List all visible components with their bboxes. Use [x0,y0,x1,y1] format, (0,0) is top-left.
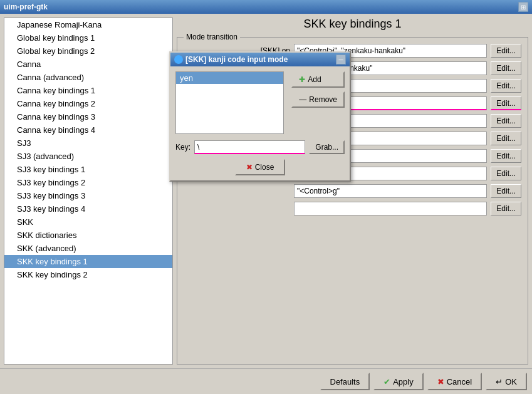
key-row: Key: Grab... [175,140,345,154]
edit-btn-0[interactable]: Edit... [491,44,521,58]
ok-label: OK [505,377,517,386]
defaults-label: Defaults [330,377,360,386]
binding-row-9: Edit... [184,202,521,215]
apply-label: Apply [393,377,414,386]
kanji-code-dialog[interactable]: [SKK] kanji code input mode ─ yen ✚ Add [169,51,351,182]
edit-btn-1[interactable]: Edit... [491,61,521,75]
sidebar-item-7[interactable]: Canna key bindings 3 [4,110,172,123]
sidebar-item-18[interactable]: SKK key bindings 1 [4,255,172,268]
add-button[interactable]: ✚ Add [291,71,345,88]
dialog-main-row: yen ✚ Add — Remove [175,71,345,138]
edit-btn-7[interactable]: Edit... [491,167,521,180]
sidebar-item-17[interactable]: SKK (advanced) [4,242,172,255]
dialog-title-text: [SKK] kanji code input mode [174,55,288,64]
close-button[interactable]: ✖ Close [235,159,286,175]
apply-check-icon: ✔ [383,377,390,386]
add-label: Add [308,75,321,84]
remove-button[interactable]: — Remove [291,91,345,108]
sidebar-item-8[interactable]: Canna key bindings 4 [4,123,172,137]
sidebar-item-4[interactable]: Canna (advanced) [4,71,172,84]
sidebar-item-5[interactable]: Canna key bindings 1 [4,84,172,97]
binding-input-9[interactable] [294,202,487,215]
dialog-title-label: [SKK] kanji code input mode [185,55,288,64]
sidebar-item-9[interactable]: SJ3 [4,137,172,150]
dialog-titlebar: [SKK] kanji code input mode ─ [170,53,350,66]
dialog-title-icon [174,55,183,64]
cancel-label: Cancel [447,377,472,386]
edit-btn-9[interactable]: Edit... [491,202,521,215]
sidebar-item-14[interactable]: SJ3 key bindings 4 [4,202,172,215]
sidebar-item-3[interactable]: Canna [4,58,172,71]
dialog-minimize-btn[interactable]: ─ [336,54,346,65]
plus-icon: ✚ [299,75,305,84]
dialog-action-buttons: ✚ Add — Remove [291,71,345,138]
edit-btn-4[interactable]: Edit... [491,114,521,128]
grab-label: Grab... [315,143,338,152]
sidebar-list: Japanese Romaji-KanaGlobal key bindings … [4,18,172,281]
cancel-button[interactable]: ✖ Cancel [427,373,482,390]
sidebar-item-19[interactable]: SKK key bindings 2 [4,268,172,281]
close-x-icon: ✖ [246,163,253,172]
edit-btn-8[interactable]: Edit... [491,184,521,198]
binding-row-8: Edit... [184,184,521,198]
close-label: Close [255,163,274,172]
edit-btn-3[interactable]: Edit... [491,96,521,110]
sidebar-item-10[interactable]: SJ3 (advanced) [4,150,172,163]
titlebar-close-btn[interactable]: ⊞ [518,2,528,12]
sidebar-item-13[interactable]: SJ3 key bindings 3 [4,189,172,202]
key-label: Key: [175,143,190,152]
sidebar-item-0[interactable]: Japanese Romaji-Kana [4,18,172,31]
dialog-list[interactable]: yen [175,71,284,134]
ok-arrow-icon: ↵ [496,377,503,386]
sidebar-item-16[interactable]: SKK dictionaries [4,229,172,242]
grab-button[interactable]: Grab... [309,140,345,154]
binding-input-8[interactable] [294,184,487,198]
bottom-bar: Defaults ✔ Apply ✖ Cancel ↵ OK [0,368,532,394]
edit-btn-5[interactable]: Edit... [491,132,521,145]
main-window: Japanese Romaji-KanaGlobal key bindings … [0,14,532,394]
sidebar: Japanese Romaji-KanaGlobal key bindings … [4,18,173,365]
dialog-list-item-0[interactable]: yen [176,72,283,84]
panel-title: SKK key bindings 1 [177,18,528,31]
sidebar-item-15[interactable]: SKK [4,215,172,229]
sidebar-item-6[interactable]: Canna key bindings 2 [4,97,172,110]
remove-label: Remove [309,95,337,104]
key-input[interactable] [194,140,305,154]
sidebar-item-2[interactable]: Global key bindings 2 [4,44,172,58]
defaults-button[interactable]: Defaults [320,373,370,390]
group-label: Mode transition [184,33,240,41]
sidebar-item-1[interactable]: Global key bindings 1 [4,31,172,44]
titlebar: uim-pref-gtk ⊞ [0,0,532,14]
edit-btn-2[interactable]: Edit... [491,79,521,93]
edit-btn-6[interactable]: Edit... [491,149,521,163]
cancel-x-icon: ✖ [437,377,444,386]
close-btn-row: ✖ Close [175,159,345,175]
dialog-body: yen ✚ Add — Remove Key: [170,66,350,180]
content-area: Japanese Romaji-KanaGlobal key bindings … [0,14,532,368]
minus-icon: — [299,95,306,104]
ok-button[interactable]: ↵ OK [486,373,527,390]
titlebar-title: uim-pref-gtk [4,3,48,11]
sidebar-item-12[interactable]: SJ3 key bindings 2 [4,176,172,189]
sidebar-item-11[interactable]: SJ3 key bindings 1 [4,163,172,176]
apply-button[interactable]: ✔ Apply [373,373,424,390]
